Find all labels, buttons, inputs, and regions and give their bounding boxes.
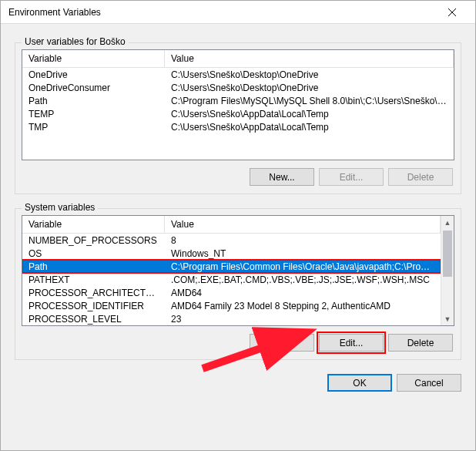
cell-variable: OneDriveConsumer xyxy=(22,82,165,94)
user-vars-group: User variables for Boško Variable Value … xyxy=(15,42,461,194)
cell-value: 23 xyxy=(165,313,441,325)
cell-variable: NUMBER_OF_PROCESSORS xyxy=(22,234,165,247)
sys-new-button[interactable]: New... xyxy=(250,334,314,352)
cell-value: 8 xyxy=(165,234,441,247)
table-row[interactable]: PROCESSOR_IDENTIFIERAMD64 Family 23 Mode… xyxy=(22,299,441,312)
table-row[interactable]: NUMBER_OF_PROCESSORS8 xyxy=(22,234,441,247)
table-row[interactable]: PROCESSOR_LEVEL23 xyxy=(22,312,441,325)
user-new-button[interactable]: New... xyxy=(250,168,314,186)
cell-variable: TEMP xyxy=(22,108,165,120)
close-button[interactable] xyxy=(435,2,469,23)
table-row[interactable]: PathC:\Program Files\MySQL\MySQL Shell 8… xyxy=(22,94,454,107)
cell-value: C:\Users\Sneško\AppData\Local\Temp xyxy=(165,108,454,120)
sys-delete-button[interactable]: Delete xyxy=(388,334,453,352)
cell-value: AMD64 xyxy=(165,287,441,299)
cell-value: C:\Program Files\MySQL\MySQL Shell 8.0\b… xyxy=(165,95,454,107)
sys-vars-scrollbar[interactable]: ▲ ▼ xyxy=(441,216,454,325)
user-edit-button[interactable]: Edit... xyxy=(319,168,384,186)
cell-variable: PROCESSOR_IDENTIFIER xyxy=(22,300,165,312)
table-row[interactable]: OneDriveConsumerC:\Users\Sneško\Desktop\… xyxy=(22,81,454,94)
col-header-value[interactable]: Value xyxy=(165,50,454,67)
sys-vars-header: Variable Value xyxy=(22,216,441,234)
table-row[interactable]: PathC:\Program Files\Common Files\Oracle… xyxy=(22,260,441,273)
cell-value: AMD64 Family 23 Model 8 Stepping 2, Auth… xyxy=(165,300,441,312)
ok-button[interactable]: OK xyxy=(327,374,392,392)
user-vars-listbox[interactable]: Variable Value OneDriveC:\Users\Sneško\D… xyxy=(22,49,454,160)
cell-value: .COM;.EXE;.BAT;.CMD;.VBS;.VBE;.JS;.JSE;.… xyxy=(165,274,441,286)
env-vars-dialog: Environment Variables User variables for… xyxy=(0,0,476,451)
scroll-up-icon[interactable]: ▲ xyxy=(441,216,454,229)
cell-variable: PATHEXT xyxy=(22,274,165,286)
cell-variable: OS xyxy=(22,247,165,260)
cell-value: C:\Users\Sneško\AppData\Local\Temp xyxy=(165,121,454,133)
sys-vars-group: System variables Variable Value NUMBER_O… xyxy=(15,208,461,360)
scroll-down-icon[interactable]: ▼ xyxy=(441,312,454,325)
cell-variable: PROCESSOR_LEVEL xyxy=(22,313,165,325)
table-row[interactable]: PROCESSOR_ARCHITECTUREAMD64 xyxy=(22,286,441,299)
col-header-value[interactable]: Value xyxy=(165,216,441,233)
cell-variable: Path xyxy=(22,95,165,107)
close-icon xyxy=(448,8,456,16)
cell-variable: TMP xyxy=(22,121,165,133)
sys-vars-label: System variables xyxy=(22,202,98,213)
table-row[interactable]: TEMPC:\Users\Sneško\AppData\Local\Temp xyxy=(22,107,454,120)
sys-vars-listbox[interactable]: Variable Value NUMBER_OF_PROCESSORS8OSWi… xyxy=(22,215,454,326)
window-title: Environment Variables xyxy=(8,7,101,18)
titlebar: Environment Variables xyxy=(1,1,475,24)
table-row[interactable]: PATHEXT.COM;.EXE;.BAT;.CMD;.VBS;.VBE;.JS… xyxy=(22,273,441,286)
cell-value: Windows_NT xyxy=(165,247,441,260)
cell-value: C:\Users\Sneško\Desktop\OneDrive xyxy=(165,82,454,94)
table-row[interactable]: OSWindows_NT xyxy=(22,247,441,260)
cell-variable: Path xyxy=(22,261,165,273)
user-delete-button[interactable]: Delete xyxy=(388,168,453,186)
cell-variable: PROCESSOR_ARCHITECTURE xyxy=(22,287,165,299)
scroll-thumb[interactable] xyxy=(443,231,452,277)
sys-edit-button[interactable]: Edit... xyxy=(319,334,384,352)
table-row[interactable]: OneDriveC:\Users\Sneško\Desktop\OneDrive xyxy=(22,68,454,81)
table-row[interactable]: TMPC:\Users\Sneško\AppData\Local\Temp xyxy=(22,120,454,133)
user-vars-header: Variable Value xyxy=(22,50,454,68)
cell-variable: OneDrive xyxy=(22,69,165,81)
cell-value: C:\Program Files\Common Files\Oracle\Jav… xyxy=(165,261,441,273)
scroll-track[interactable] xyxy=(441,229,454,312)
col-header-variable[interactable]: Variable xyxy=(22,50,165,67)
col-header-variable[interactable]: Variable xyxy=(22,216,165,233)
client-area: User variables for Boško Variable Value … xyxy=(1,24,475,450)
user-vars-label: User variables for Boško xyxy=(22,36,129,47)
cancel-button[interactable]: Cancel xyxy=(397,374,461,392)
cell-value: C:\Users\Sneško\Desktop\OneDrive xyxy=(165,69,454,81)
